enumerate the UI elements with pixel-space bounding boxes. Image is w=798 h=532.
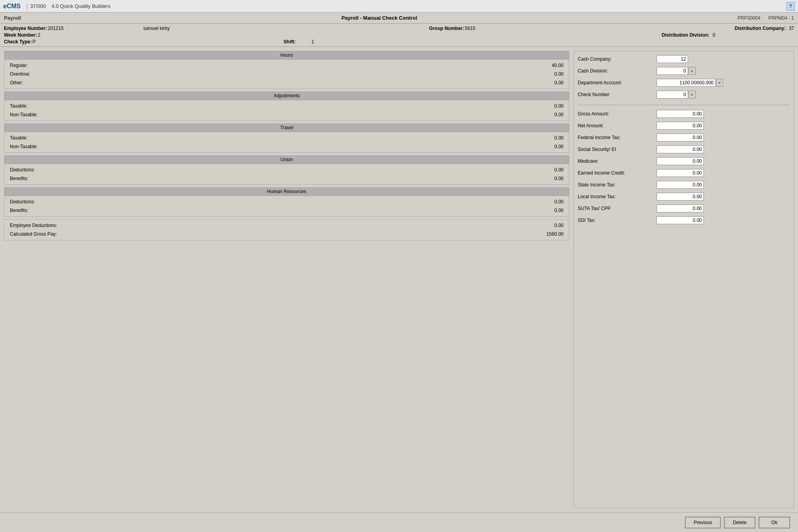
- group-number-value: 5615: [465, 26, 476, 31]
- hr-benefits-value: 0.00: [540, 208, 564, 213]
- department-account-nav-btn[interactable]: <: [716, 79, 723, 87]
- state-income-tax-label: State Income Tax:: [578, 182, 657, 188]
- sdi-tax-input[interactable]: [657, 216, 704, 224]
- cash-company-row: Cash Company:: [578, 55, 790, 63]
- hr-deductions-row: Deductions: 0.00: [8, 198, 565, 205]
- help-button[interactable]: ?: [786, 2, 795, 11]
- employee-name: samuel kirby: [143, 26, 169, 31]
- adj-taxable-value: 0.00: [540, 103, 564, 109]
- union-section: Union Deductions: 0.00 Benefits: 0.00: [4, 155, 569, 185]
- calculated-gross-pay-label: Calculated Gross Pay:: [10, 231, 57, 237]
- page-header: Employee Number: 201215 samuel kirby Gro…: [0, 24, 798, 47]
- employee-number-label: Employee Number:: [4, 26, 47, 31]
- human-resources-title: Human Resources: [4, 188, 569, 196]
- cash-division-input[interactable]: [657, 67, 688, 75]
- medicare-input[interactable]: [657, 157, 704, 165]
- distribution-division-value: 0: [712, 32, 715, 38]
- other-value: 0.00: [540, 80, 564, 86]
- union-title: Union: [4, 156, 569, 164]
- federal-income-tax-row: Federal Income Tax:: [578, 134, 790, 141]
- menu-bar: Payroll Payroll - Manual Check Control P…: [0, 13, 798, 24]
- earned-income-credit-row: Earned Income Credit:: [578, 169, 790, 177]
- social-security-label: Social Security/ EI: [578, 147, 657, 152]
- suta-tax-label: SUTA Tax/ CPP: [578, 206, 657, 211]
- adj-non-taxable-value: 0.00: [540, 112, 564, 117]
- medicare-label: Medicare:: [578, 158, 657, 164]
- other-label: Other:: [10, 80, 23, 86]
- week-number-value: 2: [38, 32, 41, 38]
- form-code-2: PRPM04 - 1: [768, 15, 794, 21]
- social-security-row: Social Security/ EI: [578, 145, 790, 153]
- distribution-company-value: 37: [789, 26, 794, 31]
- gross-amount-label: Gross Amount:: [578, 111, 657, 117]
- calculated-gross-pay-value: 1560.00: [540, 231, 564, 237]
- suta-tax-input[interactable]: [657, 205, 704, 212]
- check-number-nav-btn[interactable]: <: [688, 91, 696, 99]
- federal-income-tax-input[interactable]: [657, 134, 704, 141]
- cash-division-label: Cash Division:: [578, 68, 657, 74]
- adj-non-taxable-row: Non-Taxable: 0.00: [8, 111, 565, 118]
- check-number-row: Check Number: <: [578, 91, 790, 99]
- travel-section: Travel Taxable: 0.00 Non-Taxable: 0.00: [4, 123, 569, 153]
- gross-amount-row: Gross Amount:: [578, 110, 790, 118]
- social-security-input[interactable]: [657, 145, 704, 153]
- adj-taxable-label: Taxable:: [10, 103, 28, 109]
- union-deductions-label: Deductions:: [10, 167, 35, 173]
- title-bar: eCMS | 37/000 4.0 Quick Quality Builders…: [0, 0, 798, 13]
- check-type-label: Check Type:: [4, 39, 32, 45]
- overtime-row: Overtime: 0.00: [8, 71, 565, 78]
- regular-label: Regular:: [10, 63, 28, 68]
- hours-section: Hours Regular: 40.00 Overtime: 0.00 Othe…: [4, 51, 569, 89]
- module-name: Payroll: [4, 15, 21, 21]
- regular-row: Regular: 40.00: [8, 62, 565, 69]
- shift-label: Shift:: [284, 39, 296, 45]
- check-number-input[interactable]: [657, 91, 688, 99]
- hr-benefits-label: Benefits:: [10, 208, 28, 213]
- company-info: 37/000 4.0 Quick Quality Builders: [30, 3, 111, 9]
- distribution-company-label: Distribution Company:: [735, 26, 785, 31]
- employee-deductions-value: 0.00: [540, 223, 564, 228]
- title-separator: |: [26, 3, 28, 10]
- page-title: Payroll - Manual Check Control: [21, 15, 737, 21]
- regular-value: 40.00: [540, 63, 564, 68]
- travel-title: Travel: [4, 124, 569, 132]
- footer: Previous Delete Ok: [0, 512, 798, 532]
- net-amount-row: Net Amount:: [578, 122, 790, 130]
- human-resources-section: Human Resources Deductions: 0.00 Benefit…: [4, 187, 569, 217]
- check-number-label: Check Number:: [578, 92, 657, 97]
- state-income-tax-input[interactable]: [657, 181, 704, 189]
- local-income-tax-input[interactable]: [657, 193, 704, 201]
- earned-income-credit-input[interactable]: [657, 169, 704, 177]
- right-panel: Cash Company: Cash Division: < Departmen…: [573, 51, 794, 508]
- union-benefits-row: Benefits: 0.00: [8, 175, 565, 182]
- hours-title: Hours: [4, 51, 569, 60]
- hr-deductions-label: Deductions:: [10, 199, 35, 205]
- cash-division-nav-btn[interactable]: <: [688, 67, 696, 75]
- net-amount-input[interactable]: [657, 122, 704, 130]
- cash-company-input[interactable]: [657, 55, 688, 63]
- distribution-division-label: Distribution Division:: [662, 32, 709, 38]
- adj-non-taxable-label: Non-Taxable:: [10, 112, 38, 117]
- sdi-tax-row: SDI Tax:: [578, 216, 790, 224]
- union-deductions-row: Deductions: 0.00: [8, 166, 565, 173]
- check-type-value: P: [32, 39, 35, 45]
- previous-button[interactable]: Previous: [685, 517, 721, 528]
- medicare-row: Medicare:: [578, 157, 790, 165]
- department-account-input[interactable]: [657, 79, 716, 87]
- local-income-tax-row: Local Income Tax:: [578, 193, 790, 201]
- delete-button[interactable]: Delete: [724, 517, 755, 528]
- shift-value: 1: [311, 39, 314, 45]
- employee-deductions-row: Employee Deductions: 0.00: [8, 222, 565, 229]
- ok-button[interactable]: Ok: [759, 517, 790, 528]
- travel-taxable-row: Taxable: 0.00: [8, 134, 565, 141]
- travel-non-taxable-label: Non-Taxable:: [10, 144, 38, 149]
- employee-deductions-label: Employee Deductions:: [10, 223, 57, 228]
- federal-income-tax-label: Federal Income Tax:: [578, 135, 657, 140]
- sdi-tax-label: SDI Tax:: [578, 218, 657, 223]
- net-amount-label: Net Amount:: [578, 123, 657, 128]
- totals-section: Employee Deductions: 0.00 Calculated Gro…: [4, 219, 569, 240]
- suta-tax-row: SUTA Tax/ CPP: [578, 205, 790, 212]
- week-number-label: Week Number:: [4, 32, 37, 38]
- adj-taxable-row: Taxable: 0.00: [8, 102, 565, 110]
- gross-amount-input[interactable]: [657, 110, 704, 118]
